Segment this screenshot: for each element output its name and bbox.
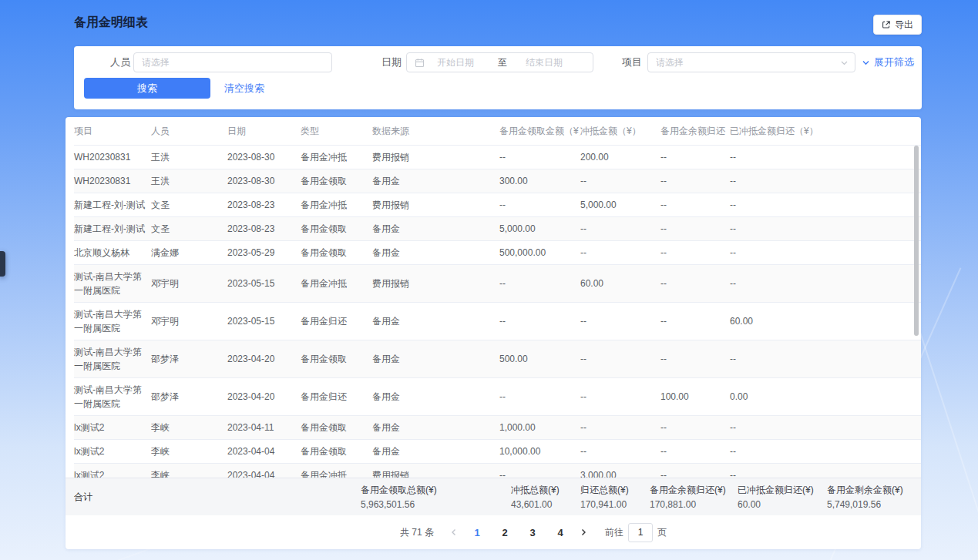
data-table-card: 项目人员日期类型数据来源备用金领取金额（¥）冲抵金额（¥）备用金余额归还（¥）已…: [66, 117, 921, 549]
cell-balance_return: --: [660, 440, 730, 464]
end-date-input[interactable]: [507, 56, 586, 69]
clear-search-link[interactable]: 清空搜索: [224, 78, 264, 99]
cell-source: 费用报销: [372, 265, 499, 303]
cell-offset: --: [580, 217, 660, 241]
cell-offset: --: [580, 416, 660, 440]
table-row: 测试-南昌大学第一附属医院邵梦泽2023-04-20备用金领取备用金500.00…: [74, 340, 921, 378]
table-header-row: 项目人员日期类型数据来源备用金领取金额（¥）冲抵金额（¥）备用金余额归还（¥）已…: [74, 117, 921, 146]
summary-item: 冲抵总额(¥)43,601.00: [511, 484, 560, 510]
search-button[interactable]: 搜索: [84, 78, 210, 99]
column-header: 日期: [227, 117, 301, 146]
summary-item-value: 170,941.00: [580, 499, 629, 510]
cell-offset: --: [580, 440, 660, 464]
sidebar-collapse-handle[interactable]: [0, 251, 5, 277]
page-number-button[interactable]: 4: [549, 523, 572, 542]
cell-balance_return: --: [660, 464, 730, 478]
cell-source: 备用金: [372, 340, 499, 378]
summary-item: 备用金领取总额(¥)5,963,501.56: [361, 484, 437, 510]
chevron-down-icon: [862, 59, 870, 67]
cell-type: 备用金领取: [301, 340, 372, 378]
cell-date: 2023-04-20: [227, 378, 301, 416]
summary-item-value: 60.00: [738, 499, 814, 510]
cell-date: 2023-05-15: [227, 303, 301, 340]
cell-type: 备用金领取: [301, 241, 372, 265]
date-range-picker[interactable]: 至: [406, 52, 593, 72]
table-row: lx测试2李峡2023-04-11备用金领取备用金1,000.00------: [74, 416, 921, 440]
export-icon: [882, 20, 891, 29]
cell-type: 备用金领取: [301, 169, 372, 193]
cell-received: --: [499, 464, 580, 478]
cell-date: 2023-08-30: [227, 146, 301, 169]
next-page-button[interactable]: [574, 523, 593, 542]
cell-offset_return: --: [730, 265, 921, 303]
cell-received: 10,000.00: [499, 440, 580, 464]
cell-balance_return: --: [660, 146, 730, 169]
cell-offset_return: --: [730, 416, 921, 440]
expand-filters-label: 展开筛选: [874, 55, 914, 69]
summary-item-label: 备用金剩余金额(¥): [827, 484, 903, 497]
cell-offset_return: --: [730, 464, 921, 478]
cell-received: --: [499, 146, 580, 169]
cell-person: 邵梦泽: [151, 340, 227, 378]
summary-item-value: 170,881.00: [650, 499, 726, 510]
table-row: WH20230831王洪2023-08-30备用金冲抵费用报销--200.00-…: [74, 146, 921, 169]
cell-date: 2023-05-29: [227, 241, 301, 265]
column-header: 备用金余额归还（¥）: [660, 117, 730, 146]
cell-balance_return: --: [660, 340, 730, 378]
cell-received: --: [499, 303, 580, 340]
summary-item-value: 5,963,501.56: [361, 499, 437, 510]
cell-date: 2023-04-20: [227, 340, 301, 378]
project-select-input[interactable]: [647, 52, 855, 72]
cell-type: 备用金归还: [301, 378, 372, 416]
cell-source: 费用报销: [372, 193, 499, 217]
cell-balance_return: --: [660, 303, 730, 340]
page-number-button[interactable]: 2: [493, 523, 516, 542]
goto-page-suffix: 页: [657, 526, 667, 539]
cell-received: --: [499, 265, 580, 303]
cell-person: 满金娜: [151, 241, 227, 265]
column-header: 冲抵金额（¥）: [580, 117, 660, 146]
start-date-input[interactable]: [431, 56, 498, 69]
summary-item-label: 备用金余额归还(¥): [650, 484, 726, 497]
cell-offset_return: 0.00: [730, 378, 921, 416]
cell-source: 备用金: [372, 169, 499, 193]
cell-person: 邓宇明: [151, 265, 227, 303]
export-button[interactable]: 导出: [873, 15, 922, 35]
cell-balance_return: --: [660, 217, 730, 241]
project-filter-select[interactable]: [647, 52, 855, 72]
page-number-button[interactable]: 1: [465, 523, 489, 542]
cell-source: 备用金: [372, 241, 499, 265]
cell-date: 2023-04-11: [227, 416, 301, 440]
cell-date: 2023-04-04: [227, 464, 301, 478]
goto-page-input[interactable]: [628, 523, 653, 542]
cell-received: 500.00: [499, 340, 580, 378]
cell-balance_return: --: [660, 241, 730, 265]
cell-source: 费用报销: [372, 464, 499, 478]
cell-offset: --: [580, 169, 660, 193]
expand-filters-link[interactable]: 展开筛选: [862, 52, 914, 72]
page-number-button[interactable]: 3: [521, 523, 544, 542]
cell-date: 2023-08-30: [227, 169, 301, 193]
cell-date: 2023-08-23: [227, 193, 301, 217]
table-row: 新建工程-刘-测试文圣2023-08-23备用金领取备用金5,000.00---…: [74, 217, 921, 241]
cell-type: 备用金领取: [301, 440, 372, 464]
pagination: 共 71 条 1234 前往 页: [66, 515, 921, 549]
cell-project: 测试-南昌大学第一附属医院: [74, 340, 151, 378]
date-range-separator: 至: [498, 56, 507, 69]
prev-page-button[interactable]: [445, 523, 463, 542]
person-filter-input[interactable]: [133, 52, 332, 72]
table-scrollbar-thumb[interactable]: [914, 146, 919, 336]
cell-person: 李峡: [151, 416, 227, 440]
cell-type: 备用金领取: [301, 217, 372, 241]
cell-project: 测试-南昌大学第一附属医院: [74, 303, 151, 340]
cell-type: 备用金冲抵: [301, 193, 372, 217]
cell-offset_return: --: [730, 169, 921, 193]
cell-offset_return: --: [730, 217, 921, 241]
cell-project: WH20230831: [74, 146, 151, 169]
summary-item-value: 43,601.00: [511, 499, 560, 510]
cell-received: 300.00: [499, 169, 580, 193]
cell-source: 费用报销: [372, 146, 499, 169]
cell-project: lx测试2: [74, 416, 151, 440]
project-filter-label: 项目: [622, 52, 642, 72]
summary-item-label: 备用金领取总额(¥): [361, 484, 437, 497]
